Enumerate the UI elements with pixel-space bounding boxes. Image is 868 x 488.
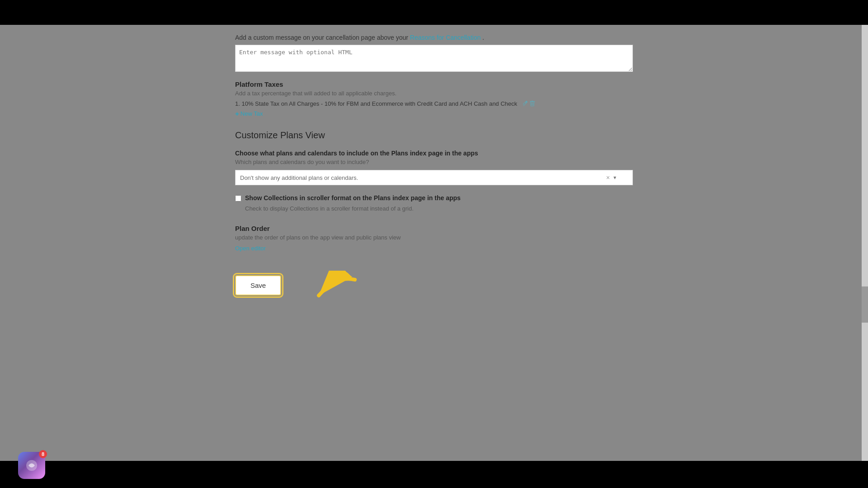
arrow-annotation [278,271,368,311]
tax-item-text: 1. 10% State Tax on All Charges - 10% fo… [235,100,517,107]
delete-tax-button[interactable] [529,101,535,107]
scrollbar-track[interactable] [862,25,868,461]
dock-app-icon-svg [24,458,39,473]
customize-plans-title: Customize Plans View [235,130,633,141]
dropdown-clear-icon[interactable]: × [606,174,610,181]
plans-dropdown[interactable]: Don't show any additional plans or calen… [235,170,633,185]
tax-icons [522,101,535,107]
collections-scroller-checkbox[interactable] [235,195,241,202]
dropdown-actions: × ▾ [606,174,616,181]
plans-subsection-title: Choose what plans and calendars to inclu… [235,150,633,157]
plus-icon: + [235,110,239,117]
reasons-for-cancellation-link[interactable]: Reasons for Cancellation [410,34,481,41]
top-black-bar [0,0,868,25]
cancellation-message-textarea[interactable] [235,45,633,72]
plan-order-description: update the order of plans on the app vie… [235,234,633,241]
cancel-message-label: Add a custom message on your cancellatio… [235,34,633,41]
edit-tax-button[interactable] [522,101,528,107]
collections-checkbox-label[interactable]: Show Collections in scroller format on t… [245,194,461,202]
platform-taxes-section: Platform Taxes Add a tax percentage that… [235,80,633,117]
page-wrapper: Add a custom message on your cancellatio… [0,25,868,461]
plan-order-section: Plan Order update the order of plans on … [235,225,633,252]
save-button-wrapper: Save [235,275,281,296]
new-tax-link[interactable]: + New Tax [235,110,263,117]
cancellation-section: Add a custom message on your cancellatio… [235,34,633,73]
scrollbar-thumb[interactable] [862,286,868,323]
collections-checkbox-row: Show Collections in scroller format on t… [235,194,633,202]
plans-dropdown-wrapper: Don't show any additional plans or calen… [235,170,633,185]
dock-badge: 8 [39,450,47,458]
save-button[interactable]: Save [235,275,281,296]
platform-taxes-title: Platform Taxes [235,80,633,88]
dock-icon[interactable]: 8 [18,452,45,479]
plan-order-title: Plan Order [235,225,633,232]
collections-checkbox-desc: Check to display Collections in a scroll… [245,205,633,212]
plans-dropdown-value: Don't show any additional plans or calen… [240,174,606,181]
plans-subsection-desc: Which plans and calendars do you want to… [235,159,633,165]
tax-item-row: 1. 10% State Tax on All Charges - 10% fo… [235,100,633,107]
dropdown-arrow-icon[interactable]: ▾ [613,174,616,181]
new-tax-wrapper: + New Tax [235,110,633,117]
dock-icon-image: 8 [18,452,45,479]
new-tax-label: New Tax [241,110,263,117]
bottom-black-bar [0,461,868,488]
customize-plans-section: Customize Plans View Choose what plans a… [235,130,633,212]
platform-taxes-description: Add a tax percentage that will added to … [235,90,633,97]
plans-subsection: Choose what plans and calendars to inclu… [235,150,633,185]
content-area: Add a custom message on your cancellatio… [235,25,633,305]
collections-checkbox-section: Show Collections in scroller format on t… [235,194,633,212]
open-editor-link[interactable]: Open editor [235,245,266,252]
